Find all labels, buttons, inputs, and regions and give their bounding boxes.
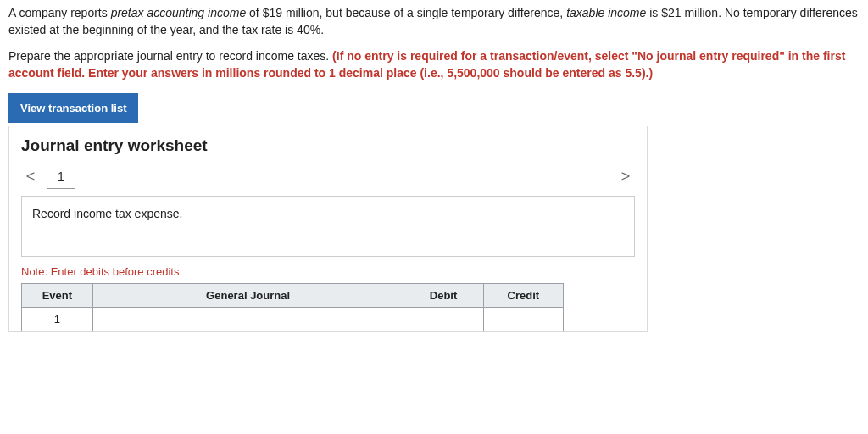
worksheet-title: Journal entry worksheet	[21, 136, 635, 155]
intro-em-2: taxable income	[566, 6, 646, 19]
entry-tab-1[interactable]: 1	[47, 164, 75, 189]
intro-em-1: pretax accounting income	[111, 6, 247, 19]
intro-text: of $19 million, but because of a single …	[246, 6, 566, 19]
col-header-event: Event	[22, 284, 93, 308]
intro-text: A company reports	[8, 6, 111, 19]
worksheet-tab-row: < 1 >	[21, 164, 635, 189]
table-row: 1	[22, 308, 564, 331]
journal-table: Event General Journal Debit Credit 1	[21, 283, 564, 331]
prev-entry-button[interactable]: <	[21, 168, 40, 186]
instructions: Prepare the appropriate journal entry to…	[8, 48, 860, 81]
next-entry-button[interactable]: >	[616, 168, 635, 186]
view-transaction-list-button[interactable]: View transaction list	[8, 93, 138, 123]
col-header-credit: Credit	[483, 284, 563, 308]
col-header-debit: Debit	[403, 284, 483, 308]
col-header-general-journal: General Journal	[92, 284, 403, 308]
problem-intro: A company reports pretax accounting inco…	[8, 5, 860, 38]
entry-description: Record income tax expense.	[21, 196, 635, 257]
cell-general-journal[interactable]	[92, 308, 403, 331]
cell-event: 1	[22, 308, 93, 331]
journal-entry-worksheet: Journal entry worksheet < 1 > Record inc…	[8, 126, 648, 332]
instruction-lead: Prepare the appropriate journal entry to…	[8, 49, 332, 63]
cell-credit[interactable]	[483, 308, 563, 331]
debits-before-credits-note: Note: Enter debits before credits.	[21, 265, 635, 278]
cell-debit[interactable]	[403, 308, 483, 331]
